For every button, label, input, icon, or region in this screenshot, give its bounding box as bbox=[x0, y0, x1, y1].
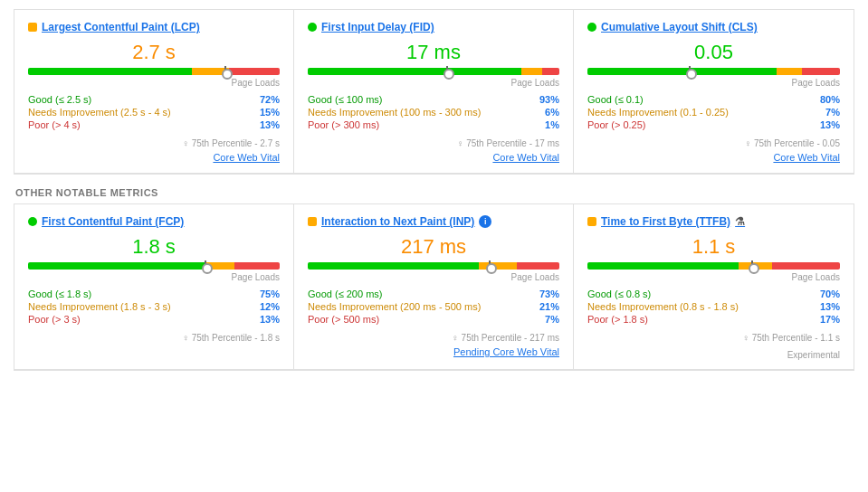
segment-needs bbox=[777, 68, 802, 75]
progress-marker bbox=[224, 66, 226, 77]
row-percentage: 13% bbox=[249, 118, 280, 131]
segment-poor bbox=[517, 262, 559, 270]
table-row: Good (≤ 0.8 s)70% bbox=[587, 288, 840, 300]
row-percentage: 80% bbox=[808, 93, 840, 106]
row-percentage: 13% bbox=[808, 118, 840, 131]
row-label: Needs Improvement (2.5 s - 4 s) bbox=[28, 106, 249, 118]
row-label: Poor (> 0.25) bbox=[587, 118, 808, 131]
metric-title-ttfb[interactable]: Time to First Byte (TTFB) ⚗ bbox=[587, 215, 840, 228]
pin-icon: ♀ bbox=[452, 333, 459, 343]
metric-title-inp[interactable]: Interaction to Next Paint (INP)i bbox=[308, 215, 559, 228]
metric-indicator-inp bbox=[308, 217, 317, 226]
metric-value-ttfb: 1.1 s bbox=[587, 235, 840, 259]
table-row: Good (≤ 2.5 s)72% bbox=[28, 93, 280, 106]
section-header: OTHER NOTABLE METRICS bbox=[14, 175, 854, 203]
cwv-link-anchor[interactable]: Pending Core Web Vital bbox=[453, 346, 559, 357]
segment-poor bbox=[229, 68, 280, 75]
segment-good bbox=[308, 68, 521, 75]
row-percentage: 75% bbox=[249, 288, 280, 300]
metric-footer-link-inp: Pending Core Web Vital bbox=[308, 345, 559, 358]
metric-cell-ttfb: Time to First Byte (TTFB) ⚗1.1 sPage Loa… bbox=[574, 204, 854, 370]
metric-link-inp[interactable]: Interaction to Next Paint (INP) bbox=[321, 215, 474, 228]
metric-value-cls: 0.05 bbox=[587, 41, 840, 64]
row-percentage: 7% bbox=[808, 106, 840, 118]
row-label: Poor (> 500 ms) bbox=[308, 313, 533, 326]
table-row: Poor (> 300 ms)1% bbox=[308, 118, 559, 131]
segment-good bbox=[28, 68, 192, 75]
row-percentage: 1% bbox=[533, 118, 559, 131]
table-row: Needs Improvement (2.5 s - 4 s)15% bbox=[28, 106, 280, 118]
metric-cell-lcp: Largest Contentful Paint (LCP)2.7 sPage … bbox=[14, 10, 294, 174]
metric-indicator-fid bbox=[308, 23, 317, 32]
metric-footer-link-ttfb: Experimental bbox=[587, 350, 840, 360]
row-percentage: 13% bbox=[249, 313, 280, 326]
segment-poor bbox=[234, 262, 280, 270]
metric-link-lcp[interactable]: Largest Contentful Paint (LCP) bbox=[42, 21, 200, 33]
breakdown-table-inp: Good (≤ 200 ms)73%Needs Improvement (200… bbox=[308, 288, 559, 326]
row-percentage: 72% bbox=[249, 93, 280, 106]
bottom-metrics-grid: First Contentful Paint (FCP)1.8 sPage Lo… bbox=[14, 203, 854, 371]
metric-cell-cls: Cumulative Layout Shift (CLS)0.05Page Lo… bbox=[574, 10, 854, 174]
row-label: Poor (> 1.8 s) bbox=[587, 313, 810, 326]
metric-link-fcp[interactable]: First Contentful Paint (FCP) bbox=[42, 215, 184, 228]
metric-value-inp: 217 ms bbox=[308, 235, 559, 259]
metric-cell-inp: Interaction to Next Paint (INP)i217 msPa… bbox=[294, 204, 574, 370]
metric-title-fcp[interactable]: First Contentful Paint (FCP) bbox=[28, 215, 280, 228]
cwv-link-anchor[interactable]: Core Web Vital bbox=[492, 152, 559, 163]
pin-icon: ♀ bbox=[745, 138, 752, 148]
percentile-note-cls: ♀ 75th Percentile - 0.05 bbox=[587, 138, 840, 148]
page-loads-label: Page Loads bbox=[308, 272, 559, 282]
metric-title-lcp[interactable]: Largest Contentful Paint (LCP) bbox=[28, 21, 280, 33]
breakdown-table-cls: Good (≤ 0.1)80%Needs Improvement (0.1 - … bbox=[587, 93, 840, 131]
metric-indicator-fcp bbox=[28, 217, 37, 226]
info-icon[interactable]: i bbox=[479, 215, 491, 228]
row-percentage: 13% bbox=[810, 300, 840, 313]
metric-title-cls[interactable]: Cumulative Layout Shift (CLS) bbox=[587, 21, 840, 33]
row-percentage: 70% bbox=[810, 288, 840, 300]
row-percentage: 6% bbox=[533, 106, 559, 118]
metric-cell-fcp: First Contentful Paint (FCP)1.8 sPage Lo… bbox=[14, 204, 294, 370]
progress-marker bbox=[751, 260, 753, 271]
percentile-note-fcp: ♀ 75th Percentile - 1.8 s bbox=[28, 333, 280, 343]
cwv-link-anchor[interactable]: Core Web Vital bbox=[213, 152, 280, 163]
metrics-container: Largest Contentful Paint (LCP)2.7 sPage … bbox=[0, 0, 868, 380]
segment-needs bbox=[479, 262, 517, 270]
page-loads-label: Page Loads bbox=[28, 78, 280, 88]
top-metrics-grid: Largest Contentful Paint (LCP)2.7 sPage … bbox=[14, 9, 854, 175]
percentile-note-inp: ♀ 75th Percentile - 217 ms bbox=[308, 333, 559, 343]
progress-marker bbox=[689, 66, 691, 77]
table-row: Needs Improvement (0.1 - 0.25)7% bbox=[587, 106, 840, 118]
page-loads-label: Page Loads bbox=[587, 272, 840, 282]
cwv-link-anchor[interactable]: Core Web Vital bbox=[773, 152, 840, 163]
table-row: Poor (> 1.8 s)17% bbox=[587, 313, 840, 326]
metric-link-fid[interactable]: First Input Delay (FID) bbox=[321, 21, 434, 33]
table-row: Needs Improvement (200 ms - 500 ms)21% bbox=[308, 300, 559, 313]
table-row: Poor (> 4 s)13% bbox=[28, 118, 280, 131]
row-label: Needs Improvement (100 ms - 300 ms) bbox=[308, 106, 533, 118]
breakdown-table-fid: Good (≤ 100 ms)93%Needs Improvement (100… bbox=[308, 93, 559, 131]
row-percentage: 73% bbox=[533, 288, 559, 300]
row-percentage: 93% bbox=[533, 93, 559, 106]
lab-icon: ⚗ bbox=[735, 215, 745, 228]
progress-bar-inp bbox=[308, 262, 559, 270]
pin-icon: ♀ bbox=[182, 333, 189, 343]
progress-bar-fcp bbox=[28, 262, 280, 270]
metric-indicator-lcp bbox=[28, 23, 37, 32]
segment-needs bbox=[521, 68, 541, 75]
percentile-note-lcp: ♀ 75th Percentile - 2.7 s bbox=[28, 138, 280, 148]
segment-poor bbox=[772, 262, 840, 270]
metric-link-cls[interactable]: Cumulative Layout Shift (CLS) bbox=[601, 21, 758, 33]
breakdown-table-fcp: Good (≤ 1.8 s)75%Needs Improvement (1.8 … bbox=[28, 288, 280, 326]
table-row: Needs Improvement (100 ms - 300 ms)6% bbox=[308, 106, 559, 118]
row-label: Poor (> 4 s) bbox=[28, 118, 249, 131]
row-label: Good (≤ 1.8 s) bbox=[28, 288, 249, 300]
metric-link-ttfb[interactable]: Time to First Byte (TTFB) bbox=[601, 215, 730, 228]
metric-indicator-cls bbox=[587, 23, 596, 32]
metric-value-fcp: 1.8 s bbox=[28, 235, 280, 259]
table-row: Good (≤ 200 ms)73% bbox=[308, 288, 559, 300]
row-label: Needs Improvement (200 ms - 500 ms) bbox=[308, 300, 533, 313]
table-row: Good (≤ 100 ms)93% bbox=[308, 93, 559, 106]
metric-title-fid[interactable]: First Input Delay (FID) bbox=[308, 21, 559, 33]
breakdown-table-lcp: Good (≤ 2.5 s)72%Needs Improvement (2.5 … bbox=[28, 93, 280, 131]
segment-good bbox=[308, 262, 479, 270]
